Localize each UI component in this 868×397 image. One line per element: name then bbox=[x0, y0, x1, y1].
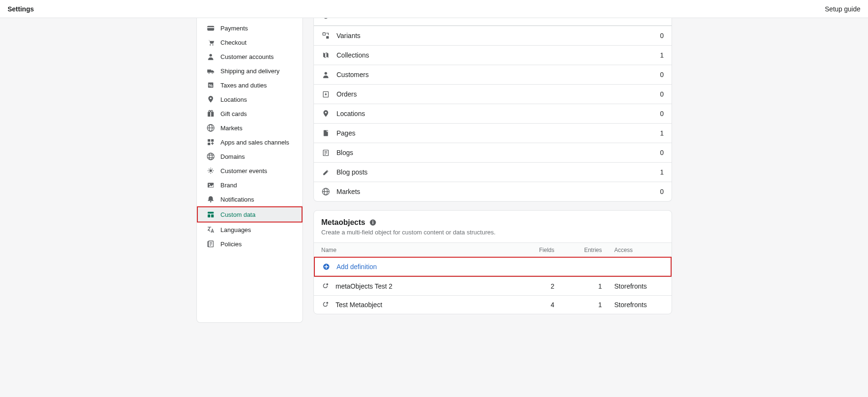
markets-icon bbox=[322, 187, 330, 196]
metaobject-entries: 1 bbox=[555, 301, 602, 309]
metaobject-fields: 4 bbox=[512, 301, 555, 309]
pages-icon bbox=[322, 129, 330, 137]
setup-guide-link[interactable]: Setup guide bbox=[822, 5, 860, 13]
page-title: Settings bbox=[8, 5, 34, 13]
blogs-icon bbox=[322, 148, 330, 157]
definition-row-blogposts[interactable]: Blog posts1 bbox=[314, 162, 672, 182]
customer-icon bbox=[206, 52, 215, 61]
sidebar-item-gift[interactable]: Gift cards bbox=[201, 107, 299, 121]
collections-icon bbox=[322, 51, 330, 59]
sidebar-item-policies[interactable]: Policies bbox=[201, 237, 299, 251]
sidebar-item-label: Checkout bbox=[221, 39, 247, 46]
setup-guide-label: Setup guide bbox=[825, 5, 860, 13]
metaobject-icon bbox=[322, 301, 329, 309]
sidebar-item-notifications[interactable]: Notifications bbox=[201, 192, 299, 206]
metaobject-access: Storefronts bbox=[602, 282, 664, 290]
definition-count: 0 bbox=[660, 32, 664, 39]
metaobjects-header: Metaobjects Create a multi-field object … bbox=[314, 211, 672, 242]
metaobject-name: metaObjects Test 2 bbox=[336, 282, 393, 290]
location-icon bbox=[322, 109, 330, 118]
metaobject-row[interactable]: Test Metaobject41Storefronts bbox=[314, 295, 672, 314]
main-content: Variants0Collections1Customers0Orders0Lo… bbox=[313, 18, 672, 323]
definition-label: Locations bbox=[337, 110, 653, 117]
col-entries-header: Entries bbox=[555, 247, 602, 253]
sidebar-item-payments[interactable]: Payments bbox=[201, 21, 299, 35]
plus-circle-icon bbox=[322, 263, 330, 271]
definition-row-collections[interactable]: Collections1 bbox=[314, 45, 672, 65]
sidebar-item-events[interactable]: Customer events bbox=[201, 164, 299, 178]
definition-row-pages[interactable]: Pages1 bbox=[314, 123, 672, 143]
settings-sidebar: PaymentsCheckoutCustomer accountsShippin… bbox=[196, 18, 303, 323]
add-definition-row[interactable]: Add definition bbox=[314, 257, 672, 277]
sidebar-item-languages[interactable]: Languages bbox=[201, 223, 299, 237]
sidebar-item-location[interactable]: Locations bbox=[201, 92, 299, 107]
definition-row-blogs[interactable]: Blogs0 bbox=[314, 143, 672, 162]
sidebar-item-label: Shipping and delivery bbox=[221, 68, 280, 75]
metaobject-fields: 2 bbox=[512, 282, 555, 290]
definition-count: 0 bbox=[660, 90, 664, 98]
definition-count: 0 bbox=[660, 188, 664, 195]
sidebar-item-label: Payments bbox=[221, 25, 248, 32]
col-access-header: Access bbox=[602, 247, 664, 253]
policies-icon bbox=[206, 240, 215, 248]
sidebar-item-customer[interactable]: Customer accounts bbox=[201, 49, 299, 64]
definition-row-variants[interactable]: Variants0 bbox=[314, 26, 672, 45]
col-name-header: Name bbox=[322, 247, 512, 253]
markets-icon bbox=[206, 124, 215, 132]
metaobject-row[interactable]: metaObjects Test 221Storefronts bbox=[314, 277, 672, 295]
add-definition-label: Add definition bbox=[337, 263, 377, 271]
sidebar-item-label: Brand bbox=[221, 182, 237, 189]
definition-label: Collections bbox=[337, 51, 653, 59]
metaobjects-table-header: Name Fields Entries Access bbox=[314, 242, 672, 257]
sidebar-item-checkout[interactable]: Checkout bbox=[201, 35, 299, 49]
variants-icon bbox=[322, 31, 330, 40]
svg-point-3 bbox=[372, 221, 373, 222]
definition-row-markets[interactable]: Markets0 bbox=[314, 182, 672, 201]
definition-label: Variants bbox=[337, 32, 653, 39]
definition-row-orders[interactable]: Orders0 bbox=[314, 84, 672, 104]
definition-row-location[interactable]: Locations0 bbox=[314, 104, 672, 123]
payments-icon bbox=[206, 24, 215, 32]
metaobject-name: Test Metaobject bbox=[336, 301, 382, 309]
definition-label: Blogs bbox=[337, 149, 653, 156]
sidebar-item-customdata[interactable]: Custom data bbox=[197, 206, 302, 223]
sidebar-item-brand[interactable]: Brand bbox=[201, 178, 299, 192]
sidebar-item-taxes[interactable]: Taxes and duties bbox=[201, 78, 299, 92]
notifications-icon bbox=[206, 195, 215, 203]
definition-label: Markets bbox=[337, 188, 653, 195]
sidebar-item-label: Policies bbox=[221, 241, 242, 248]
sidebar-item-apps[interactable]: Apps and sales channels bbox=[201, 135, 299, 149]
definition-row-customer[interactable]: Customers0 bbox=[314, 65, 672, 84]
sidebar-item-label: Languages bbox=[221, 226, 251, 233]
sidebar-item-label: Gift cards bbox=[221, 110, 247, 117]
definition-count: 1 bbox=[660, 51, 664, 59]
events-icon bbox=[206, 166, 215, 175]
sidebar-item-label: Customer accounts bbox=[221, 53, 274, 60]
definition-count: 0 bbox=[660, 110, 664, 117]
blogposts-icon bbox=[322, 168, 330, 176]
sidebar-item-markets[interactable]: Markets bbox=[201, 121, 299, 135]
info-icon[interactable] bbox=[369, 219, 377, 226]
definition-label: Blog posts bbox=[337, 168, 653, 176]
apps-icon bbox=[206, 138, 215, 146]
definition-count: 0 bbox=[660, 71, 664, 78]
sidebar-item-label: Custom data bbox=[221, 211, 256, 218]
metaobject-icon bbox=[322, 282, 329, 290]
metafield-definitions-card: Variants0Collections1Customers0Orders0Lo… bbox=[313, 18, 672, 202]
languages-icon bbox=[206, 225, 215, 234]
sidebar-item-domains[interactable]: Domains bbox=[201, 149, 299, 164]
metaobjects-subtitle: Create a multi-field object for custom c… bbox=[322, 229, 664, 236]
brand-icon bbox=[206, 181, 215, 189]
col-fields-header: Fields bbox=[512, 247, 555, 253]
metaobjects-title: Metaobjects bbox=[322, 218, 365, 227]
definition-count: 1 bbox=[660, 129, 664, 137]
sidebar-item-label: Domains bbox=[221, 153, 245, 160]
checkout-icon bbox=[206, 38, 215, 47]
sidebar-item-label: Customer events bbox=[221, 167, 267, 174]
sidebar-item-shipping[interactable]: Shipping and delivery bbox=[201, 64, 299, 78]
shipping-icon bbox=[206, 67, 215, 75]
definition-label: Orders bbox=[337, 90, 653, 98]
customdata-icon bbox=[206, 210, 215, 219]
taxes-icon bbox=[206, 81, 215, 89]
definition-count: 1 bbox=[660, 168, 664, 176]
